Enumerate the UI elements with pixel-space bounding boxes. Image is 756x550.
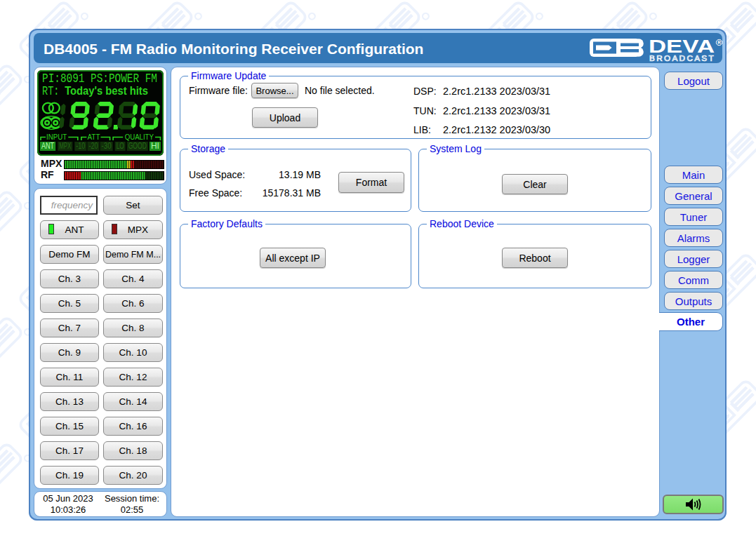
svg-text:LO: LO (117, 142, 124, 152)
svg-text:DEVA: DEVA (649, 38, 715, 57)
svg-text:HI: HI (151, 142, 159, 152)
svg-text:R: R (717, 40, 721, 45)
svg-text:INPUT: INPUT (46, 133, 67, 141)
svg-text:ATT: ATT (87, 133, 100, 141)
svg-text:-10: -10 (76, 142, 85, 152)
svg-text:RT:: RT: (42, 84, 59, 98)
svg-text:-20: -20 (88, 142, 98, 152)
svg-text:Today's best hits: Today's best hits (65, 83, 148, 97)
svg-text:GOOD: GOOD (128, 142, 147, 152)
svg-text:QUALITY: QUALITY (125, 133, 154, 141)
svg-text:MPX: MPX (59, 142, 71, 152)
svg-text:ANT: ANT (41, 142, 55, 152)
svg-text:-30: -30 (102, 142, 112, 152)
svg-text:BROADCAST: BROADCAST (649, 55, 715, 62)
